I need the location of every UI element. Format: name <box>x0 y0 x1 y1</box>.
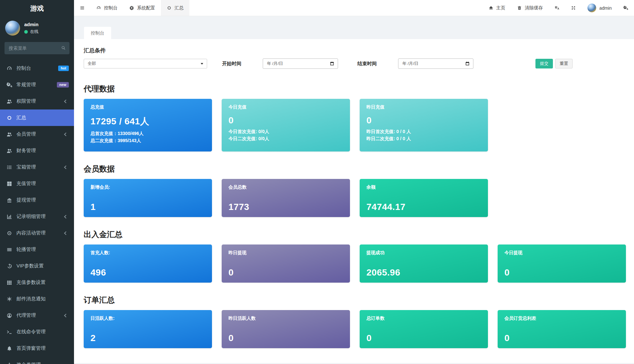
user-name: admin <box>24 22 38 27</box>
menu-toggle-button[interactable] <box>74 0 90 16</box>
sidebar-item-withdraw[interactable]: 提现管理 <box>0 192 74 208</box>
card-value: 0 <box>366 115 481 126</box>
sidebar-item-vip-params[interactable]: VIP参数设置 <box>0 258 74 274</box>
page-tab-console[interactable]: 控制台 <box>84 27 111 39</box>
user-menu[interactable]: admin <box>582 0 618 16</box>
card-label: 今日提现 <box>504 250 619 256</box>
avatar <box>5 21 20 36</box>
card-value: 496 <box>90 267 205 278</box>
tab-system-config[interactable]: 系统配置 <box>123 0 161 16</box>
card-label: 会员订货总利差 <box>504 316 619 321</box>
card-label: 新增会员: <box>90 184 205 190</box>
fullscreen-button[interactable] <box>565 0 582 16</box>
tab-label: 汇总 <box>174 5 184 11</box>
bars-icon <box>6 247 12 253</box>
clear-cache-button[interactable]: 清除缓存 <box>511 0 549 16</box>
user-status: 在线 <box>24 29 38 35</box>
asterisk-icon <box>6 296 12 302</box>
user-meta: admin 在线 <box>24 22 38 35</box>
sidebar-item-finance[interactable]: 财务管理 <box>0 142 74 159</box>
search-input[interactable] <box>5 42 69 54</box>
sidebar-item-content-activity[interactable]: 内容活动管理 <box>0 225 74 241</box>
end-date-input[interactable] <box>398 58 473 69</box>
chevron-left-icon <box>64 132 68 136</box>
language-button[interactable] <box>549 0 565 16</box>
card-value: 0 <box>228 333 343 343</box>
calendar-icon[interactable] <box>465 61 470 66</box>
card-value: 1 <box>90 202 205 212</box>
sidebar-item-summary[interactable]: 汇总 <box>0 109 74 126</box>
sidebar-item-carousel[interactable]: 轮播管理 <box>0 241 74 258</box>
card-label: 会员总数 <box>228 184 343 190</box>
history-icon <box>6 263 12 269</box>
card-value: 2 <box>90 333 205 343</box>
card-label: 昨日活跃人数 <box>228 316 343 321</box>
settings-button[interactable] <box>618 0 634 16</box>
card-label: 总订单数 <box>366 316 481 321</box>
sidebar-item-home-popup[interactable]: 首页弹窗管理 <box>0 340 74 357</box>
tab-console[interactable]: 控制台 <box>90 0 123 16</box>
start-date-input[interactable] <box>263 58 338 69</box>
start-date-field <box>263 58 338 69</box>
user-status-label: 在线 <box>30 29 38 35</box>
sidebar-item-mail-notify[interactable]: 邮件消息通知 <box>0 291 74 307</box>
sidebar-item-bonus-coupons[interactable]: 奖金券管理 <box>0 357 74 364</box>
card-subline: 总首次充值：13300/496人 <box>90 130 205 137</box>
search-icon[interactable] <box>61 46 66 50</box>
avatar <box>587 4 596 12</box>
sidebar-item-records[interactable]: 记录明细管理 <box>0 208 74 225</box>
sidebar-item-label: 会员管理 <box>16 131 36 137</box>
sidebar-item-recharge-params[interactable]: 充值参数设置 <box>0 274 74 291</box>
select-value: 全部 <box>88 61 96 67</box>
terminal-icon <box>6 329 12 335</box>
chevron-left-icon <box>64 99 68 103</box>
sidebar-item-online-commands[interactable]: 在线命令管理 <box>0 324 74 340</box>
card-label: 余额 <box>366 184 481 190</box>
sidebar: 游戏 admin 在线 控制台 hot 常规管理 <box>0 0 74 364</box>
end-time-label: 结束时间 <box>357 61 377 67</box>
sidebar-menu: 控制台 hot 常规管理 new 权限管理 汇总 会员管理 <box>0 59 74 364</box>
chevron-left-icon <box>64 231 68 235</box>
card-subline: 昨日首次充值: 0 / 0 人 <box>366 128 481 135</box>
calendar-icon[interactable] <box>330 61 334 66</box>
card-value: 0 <box>228 115 343 126</box>
sidebar-item-label: 内容活动管理 <box>16 230 46 236</box>
sidebar-item-permissions[interactable]: 权限管理 <box>0 93 74 109</box>
summary-type-select[interactable]: 全部 <box>84 59 207 68</box>
gears-icon <box>6 82 12 88</box>
circle-icon <box>6 115 12 121</box>
home-link[interactable]: 主页 <box>483 0 511 16</box>
home-icon <box>489 5 493 10</box>
sidebar-item-dashboard[interactable]: 控制台 hot <box>0 60 74 77</box>
stat-card-total-recharge: 总充值 17295 / 641人 总首次充值：13300/496人 总二次充值：… <box>84 99 212 151</box>
sidebar-item-general-mgmt[interactable]: 常规管理 new <box>0 77 74 93</box>
star-icon <box>6 362 12 364</box>
stat-card-yesterday-withdraw: 昨日提现 0 <box>222 244 350 283</box>
hamburger-icon <box>80 5 85 10</box>
tab-summary[interactable]: 汇总 <box>161 0 189 16</box>
stat-card-yesterday-recharge: 昨日充值 0 昨日首次充值: 0 / 0 人 昨日二次充值: 0 / 0 人 <box>360 99 488 151</box>
sidebar-item-treasure[interactable]: 宝箱管理 <box>0 159 74 175</box>
stat-card-first-charge-count: 首充人数: 496 <box>84 244 212 283</box>
sidebar-item-label: 控制台 <box>16 65 31 71</box>
sidebar-item-label: 在线命令管理 <box>16 329 46 335</box>
stat-card-total-orders: 总订单数 0 <box>360 310 488 348</box>
sidebar-item-label: 邮件消息通知 <box>16 296 46 302</box>
gears-icon <box>623 5 628 10</box>
sidebar-item-label: 财务管理 <box>16 148 36 154</box>
chevron-left-icon <box>64 314 68 317</box>
card-value: 2065.96 <box>366 267 481 278</box>
brand-title: 游戏 <box>0 0 74 17</box>
th-icon <box>6 280 12 286</box>
tab-label: 控制台 <box>104 5 118 11</box>
sidebar-item-agents[interactable]: 代理管理 <box>0 307 74 324</box>
sidebar-item-members[interactable]: 会员管理 <box>0 126 74 142</box>
section-title-member-data: 会员数据 <box>84 164 624 174</box>
sidebar-item-label: 代理管理 <box>16 312 36 318</box>
card-subline: 今日二次充值: 0/0人 <box>228 135 343 142</box>
card-label: 总充值 <box>90 104 205 110</box>
reset-button[interactable]: 重置 <box>555 59 573 68</box>
card-grid: 总充值 17295 / 641人 总首次充值：13300/496人 总二次充值：… <box>84 99 624 151</box>
submit-button[interactable]: 提交 <box>535 59 553 68</box>
sidebar-item-recharge[interactable]: 充值管理 <box>0 175 74 192</box>
